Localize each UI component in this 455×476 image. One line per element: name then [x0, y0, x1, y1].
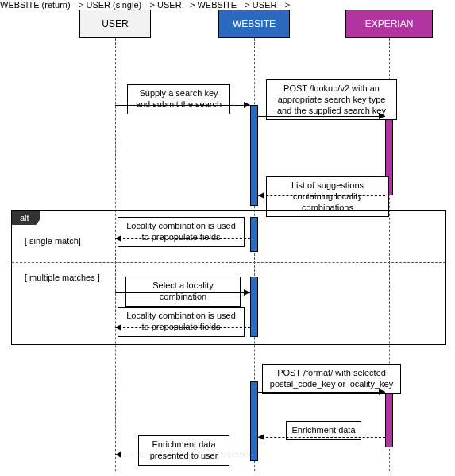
- arrowhead-m1: [244, 102, 250, 108]
- arrow-m4: [115, 238, 250, 239]
- message-post-lookup: POST /lookup/v2 with an appropriate sear…: [266, 79, 397, 120]
- arrowhead-m7: [379, 389, 385, 395]
- message-prepopulate-single: Locality combination is used to prepopul…: [118, 217, 245, 247]
- arrowhead-m6: [115, 324, 121, 331]
- message-enrichment-presented: Enrichment data presented to user: [138, 435, 229, 466]
- participant-user-label: USER: [102, 18, 128, 29]
- arrowhead-m2: [379, 113, 385, 119]
- participant-experian: EXPERIAN: [345, 10, 433, 38]
- activation-website-1: [250, 105, 258, 206]
- arrowhead-m8: [258, 434, 264, 440]
- participant-website: WEBSITE: [218, 10, 290, 38]
- participant-user: USER: [79, 10, 151, 38]
- message-prepopulate-multiple: Locality combination is used to prepopul…: [118, 307, 245, 337]
- arrow-m6: [115, 327, 250, 328]
- arrow-m5: [115, 292, 250, 293]
- arrow-m7: [258, 392, 385, 393]
- arrow-m8: [258, 437, 385, 438]
- message-select-locality: Select a locality combination: [125, 277, 241, 307]
- sequence-diagram: USER WEBSITE EXPERIAN Supply a search ke…: [0, 0, 455, 476]
- arrowhead-m9: [115, 451, 121, 458]
- guard-multiple: [ multiple matches ]: [25, 273, 100, 282]
- arrow-m9: [115, 455, 250, 455]
- participant-experian-label: EXPERIAN: [365, 18, 414, 29]
- arrowhead-m5: [244, 289, 250, 296]
- activation-website-2: [250, 381, 258, 461]
- message-supply-search-key: Supply a search key and submit the searc…: [127, 84, 230, 114]
- arrowhead-m4: [115, 235, 121, 242]
- arrow-m2: [258, 116, 385, 117]
- alt-separator: [12, 262, 445, 263]
- activation-experian-2: [385, 392, 393, 447]
- guard-single: [ single match]: [25, 236, 81, 246]
- arrow-m1: [115, 105, 250, 106]
- arrowhead-m3: [258, 192, 264, 199]
- alt-tag: alt: [12, 211, 40, 225]
- arrow-m3: [258, 195, 385, 196]
- participant-website-label: WEBSITE: [233, 18, 276, 29]
